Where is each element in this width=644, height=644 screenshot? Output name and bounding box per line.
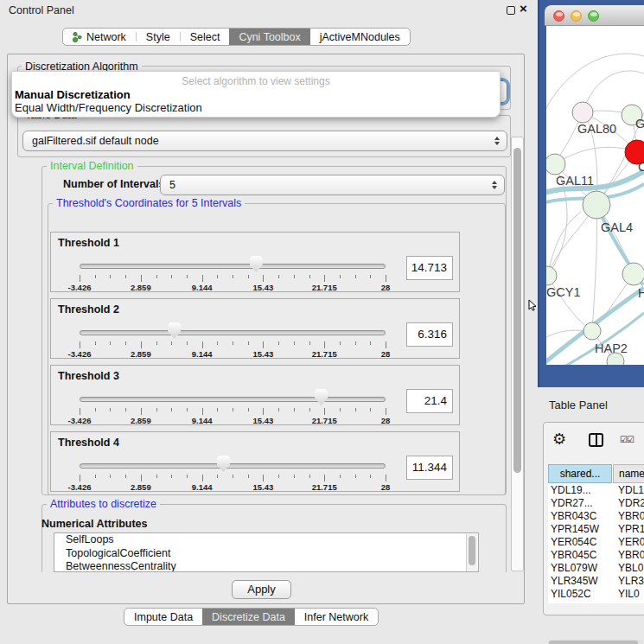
threshold-slider-track[interactable]	[80, 397, 386, 402]
table-row[interactable]: YPR145W YPR1	[548, 523, 644, 536]
threshold-slider-thumb[interactable]	[250, 256, 263, 272]
network-window-titlebar[interactable]	[545, 5, 644, 26]
number-of-intervals-combobox[interactable]: 5	[160, 175, 505, 195]
cell-shared-name[interactable]: YER054C	[551, 536, 613, 549]
attribute-list-item[interactable]: TopologicalCoefficient	[54, 547, 478, 561]
cell-shared-name[interactable]: YBR043C	[551, 510, 613, 523]
numerical-attributes-list[interactable]: SelfLoopsTopologicalCoefficientBetweenne…	[54, 532, 479, 572]
cell-shared-name[interactable]: YPR145W	[551, 523, 613, 536]
network-node[interactable]	[622, 263, 644, 285]
network-node[interactable]	[572, 102, 593, 123]
cell-shared-name[interactable]: YBL079W	[551, 562, 613, 575]
tab-discretize-data[interactable]: Discretize Data	[202, 609, 295, 625]
cell-shared-name[interactable]: YLR345W	[551, 575, 613, 588]
tick-label: 2.859	[131, 349, 151, 359]
zoom-traffic-light-icon[interactable]	[588, 10, 599, 22]
cell-shared-name[interactable]: YDL19...	[551, 484, 613, 497]
table-hscrollbar-thumb[interactable]	[549, 641, 638, 644]
dropdown-item-equal-width-frequency[interactable]: Equal Width/Frequency Discretization	[15, 101, 202, 114]
network-node[interactable]	[546, 266, 557, 285]
cell-name[interactable]: YBR0	[618, 510, 644, 523]
cell-shared-name[interactable]: YIL052C	[551, 588, 613, 601]
split-columns-icon[interactable]	[589, 433, 603, 447]
threshold-value-field[interactable]: 21.4	[406, 389, 453, 413]
bottom-tab-bar: Impute DataDiscretize DataInfer Network	[124, 608, 379, 626]
tick-label: -3.426	[68, 482, 92, 492]
apply-button[interactable]: Apply	[232, 580, 291, 599]
cell-name[interactable]: YDL1	[618, 484, 644, 497]
threshold-value-field[interactable]: 11.344	[406, 456, 453, 480]
table-panel-title: Table Panel	[549, 399, 608, 411]
panel-scrollbar-thumb[interactable]	[513, 148, 521, 473]
table-data-combobox[interactable]: galFiltered.sif default node	[22, 131, 507, 151]
algorithm-dropdown-popup: Select algorithm to view settings Manual…	[11, 71, 501, 118]
numerical-attributes-label: Numerical Attributes	[41, 518, 147, 530]
cell-name[interactable]: YBR0	[618, 549, 644, 562]
table-row[interactable]: YIL052C YIL0	[548, 588, 644, 601]
cell-name[interactable]: YLR3	[618, 575, 644, 588]
cell-name[interactable]: YDR2	[618, 497, 644, 510]
cell-shared-name[interactable]: YBR045C	[551, 549, 613, 562]
tick-label: 9.144	[192, 283, 213, 292]
table-row[interactable]: YER054C YER0	[548, 536, 644, 549]
table-row[interactable]: YBL079W YBL0	[548, 562, 644, 575]
table-row[interactable]: YDL19... YDL1	[548, 484, 644, 497]
cell-name[interactable]: YER0	[618, 536, 644, 549]
cell-name[interactable]: YIL0	[618, 588, 644, 601]
cell-shared-name[interactable]: YDR27...	[551, 497, 613, 510]
network-view-canvas[interactable]: GAL80GACGAL11GAL4GCY1HHAP2	[546, 26, 644, 365]
table-rows: YDL19... YDL1 YDR27... YDR2 YBR043C YBR0…	[548, 484, 644, 603]
tab-label: Infer Network	[304, 611, 368, 623]
settings-scroll-area: Interval Definition Number of Intervals …	[8, 160, 511, 572]
attributes-scrollbar-thumb[interactable]	[469, 536, 475, 565]
dropdown-item-manual-discretization[interactable]: Manual Discretization	[15, 88, 131, 101]
table-row[interactable]: YBR043C YBR0	[548, 510, 644, 523]
threshold-value-field[interactable]: 6.316	[406, 322, 453, 347]
tab-network[interactable]: Network	[63, 29, 136, 45]
network-node[interactable]	[583, 322, 601, 340]
cell-name[interactable]: YBL0	[618, 562, 644, 575]
column-header-shared-name[interactable]: shared...	[548, 464, 612, 483]
threshold-slider-thumb[interactable]	[217, 456, 230, 472]
attribute-list-item[interactable]: BetweennessCentrality	[54, 560, 478, 572]
node-label: GAL4	[601, 220, 633, 234]
table-row[interactable]: YLR345W YLR3	[548, 575, 644, 588]
panel-vertical-scrollbar[interactable]	[511, 137, 524, 571]
threshold-value-field[interactable]: 14.713	[406, 256, 453, 280]
float-window-icon[interactable]	[507, 6, 515, 15]
attribute-list-item[interactable]: SelfLoops	[54, 533, 478, 547]
tick-label: 15.43	[253, 349, 274, 359]
table-horizontal-scrollbar[interactable]	[548, 640, 643, 644]
threshold-slider-thumb[interactable]	[168, 322, 181, 339]
column-header-name[interactable]: name	[613, 464, 644, 483]
close-traffic-light-icon[interactable]	[553, 10, 564, 22]
attributes-scrollbar[interactable]	[466, 534, 477, 572]
tick-label: 9.144	[192, 482, 213, 492]
threshold-slider-track[interactable]	[80, 330, 386, 335]
tab-impute-data[interactable]: Impute Data	[124, 609, 202, 625]
tab-select[interactable]: Select	[181, 29, 230, 45]
close-icon[interactable]: ×	[520, 1, 527, 16]
table-panel: ⚙ ☑☑ shared... name YDL19... YDL1 YDR27.…	[543, 422, 644, 615]
attribute-items: SelfLoopsTopologicalCoefficientBetweenne…	[54, 533, 478, 572]
tab-jactivemnodules[interactable]: jActiveMNodules	[310, 29, 410, 45]
network-node[interactable]	[546, 154, 565, 175]
threshold-row: Threshold 4 -3.4262.8599.14415.4321.7152…	[50, 431, 460, 492]
number-of-intervals-label: Number of Intervals	[63, 178, 164, 190]
threshold-slider-track[interactable]	[80, 264, 386, 269]
table-row[interactable]: YDR27... YDR2	[548, 497, 644, 510]
top-tab-bar: NetworkStyleSelectCyni ToolboxjActiveMNo…	[62, 28, 411, 46]
table-row[interactable]: YBR045C YBR0	[548, 549, 644, 562]
minimize-traffic-light-icon[interactable]	[571, 10, 582, 22]
network-node[interactable]	[583, 191, 610, 219]
threshold-slider-thumb[interactable]	[315, 389, 328, 405]
node-label: H	[638, 286, 644, 300]
tab-cyni-toolbox[interactable]: Cyni Toolbox	[229, 29, 309, 45]
select-columns-icon[interactable]: ☑☑	[620, 435, 634, 444]
tab-style[interactable]: Style	[137, 29, 180, 45]
tab-infer-network[interactable]: Infer Network	[295, 609, 378, 625]
cell-name[interactable]: YPR1	[618, 523, 644, 536]
gear-icon[interactable]: ⚙	[552, 430, 566, 449]
table-data-combobox-value: galFiltered.sif default node	[32, 135, 159, 147]
threshold-slider-track[interactable]	[80, 463, 386, 469]
